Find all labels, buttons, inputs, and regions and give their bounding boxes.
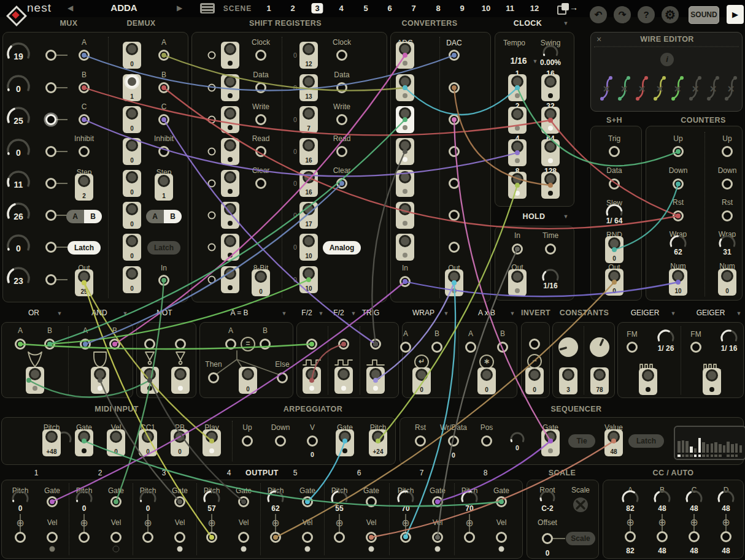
and-out-jack[interactable] — [91, 367, 109, 394]
aeb-then-port[interactable] — [208, 372, 219, 383]
dropdown-caret[interactable]: ▼ — [123, 310, 128, 316]
midi-gate-jack[interactable] — [75, 429, 93, 456]
section-header-clock[interactable]: CLOCK — [514, 19, 542, 28]
logic-header-6[interactable]: TRIG — [362, 309, 380, 317]
ch5-pitch-port[interactable] — [270, 532, 281, 543]
dropdown-caret[interactable]: ▼ — [671, 310, 676, 316]
cc-a-port[interactable] — [625, 531, 636, 542]
scene-button-6[interactable]: 6 — [384, 3, 395, 13]
info-icon[interactable]: i — [660, 53, 674, 66]
mux-step-jack[interactable]: 2 — [75, 174, 93, 201]
counter2-num-jack[interactable]: 0 — [718, 269, 736, 296]
logic-header-8[interactable]: A x B — [478, 309, 495, 317]
ch1-gate-port[interactable] — [47, 496, 58, 507]
ch8-vel-port[interactable] — [496, 532, 507, 543]
left-knob-out-port[interactable] — [45, 242, 56, 253]
ch4-pitch-port[interactable] — [206, 532, 217, 543]
cc-b-port[interactable] — [657, 531, 668, 542]
or-out-jack[interactable] — [26, 367, 44, 394]
demux-port-Inhibit[interactable] — [158, 146, 169, 157]
logic-header-10[interactable]: CONSTANTS — [560, 309, 609, 317]
sr1-8bit-jack[interactable]: 0 — [252, 269, 270, 296]
ch5-vel-port[interactable] — [302, 532, 313, 543]
counter1-rst-port[interactable] — [673, 210, 684, 221]
sr2-port-Data[interactable] — [336, 82, 347, 93]
adc-in-port[interactable] — [400, 276, 411, 287]
aeb-out-jack[interactable]: 0 — [239, 367, 257, 394]
preset-name[interactable]: ADDA — [110, 2, 137, 13]
seq-gate-jack[interactable] — [541, 429, 560, 456]
wire-delete-icon[interactable]: × — [638, 82, 645, 96]
seq-wr-port[interactable] — [448, 435, 459, 447]
f2a-in-port[interactable] — [306, 339, 317, 350]
sr1-bit-jack[interactable] — [221, 202, 239, 229]
sr1-tap-port[interactable] — [208, 180, 216, 188]
scene-button-8[interactable]: 8 — [432, 3, 444, 13]
arp-down-port[interactable] — [275, 435, 286, 447]
counter1-num-jack[interactable]: 10 — [669, 269, 687, 296]
demux-out-jack-8[interactable]: 0 — [123, 266, 141, 293]
hold-out-jack[interactable] — [508, 269, 527, 296]
invert-in-port[interactable] — [529, 339, 540, 350]
seq-tie-button[interactable]: Tie — [568, 434, 595, 448]
dropdown-caret[interactable]: ▼ — [510, 310, 515, 316]
aeb-a-port[interactable] — [225, 339, 236, 350]
sr1-port-Clear[interactable] — [255, 178, 266, 189]
counter2-up-port[interactable] — [722, 146, 733, 157]
trig-out-jack[interactable] — [366, 367, 385, 394]
sr2-port-Read[interactable] — [336, 146, 347, 157]
left-knob-out-port[interactable] — [45, 178, 56, 189]
scale-quantize-button[interactable]: Scale — [566, 532, 595, 545]
hold-time-port[interactable] — [545, 244, 556, 255]
mux-port-B[interactable] — [79, 82, 90, 93]
adc-bit-jack-3[interactable] — [396, 106, 414, 133]
f2a-out-jack[interactable] — [303, 367, 321, 394]
arp-v-port[interactable] — [307, 435, 318, 447]
ch2-gate-port[interactable] — [110, 496, 122, 507]
ch7-gate-port[interactable] — [432, 496, 443, 507]
midi-vel-jack[interactable]: 0 — [107, 429, 125, 456]
scene-button-5[interactable]: 5 — [360, 3, 371, 13]
menu-icon[interactable] — [200, 3, 215, 13]
mux-port-A[interactable] — [79, 50, 90, 61]
tempo-value[interactable]: 1/16 — [510, 56, 527, 66]
aeb-b-port[interactable] — [260, 339, 271, 350]
arp-gate-jack[interactable] — [336, 429, 354, 456]
dac-bit-port-3[interactable] — [449, 114, 460, 125]
sr1-bit-jack[interactable] — [221, 170, 239, 197]
sh-out-jack[interactable]: 0 — [605, 269, 623, 296]
sr2-value-jack[interactable]: 10 — [299, 266, 318, 293]
sr1-bit-jack[interactable] — [221, 266, 239, 293]
sr1-port-Read[interactable] — [255, 146, 266, 157]
ch3-pitch-port[interactable] — [142, 532, 153, 543]
dac-bit-port-5[interactable] — [449, 178, 460, 189]
ch2-vel-port[interactable] — [110, 532, 122, 543]
sr1-tap-port[interactable] — [208, 276, 216, 284]
clock-div-jack-4[interactable] — [508, 139, 527, 166]
dac-out-jack[interactable] — [445, 269, 463, 296]
f2b-in-port[interactable] — [338, 339, 349, 350]
play-button[interactable]: ▶ — [727, 5, 744, 24]
ch1-vel-port[interactable] — [47, 532, 58, 543]
sr2-value-jack[interactable]: 7 — [299, 106, 318, 133]
ch8-pitch-port[interactable] — [464, 532, 475, 543]
sr1-tap-port[interactable] — [208, 116, 216, 124]
wire-delete-icon[interactable]: × — [674, 82, 681, 96]
arp-up-port[interactable] — [242, 435, 253, 447]
scene-button-9[interactable]: 9 — [456, 3, 468, 13]
adc-bit-jack-6[interactable] — [396, 202, 414, 229]
counter2-down-port[interactable] — [722, 178, 733, 190]
sh-trig-port[interactable] — [609, 146, 620, 157]
dac-bit-port-2[interactable] — [449, 82, 460, 93]
logic-header-0[interactable]: OR — [28, 309, 39, 317]
scene-button-1[interactable]: 1 — [263, 3, 274, 13]
demux-latch-button[interactable]: Latch — [147, 241, 180, 255]
wire-delete-icon[interactable]: × — [692, 82, 698, 96]
ch3-vel-port[interactable] — [174, 532, 185, 543]
axb-out-jack[interactable]: 0 — [477, 367, 496, 394]
clock-div-jack-1[interactable] — [508, 74, 527, 101]
clock-div-jack-32[interactable] — [541, 107, 560, 134]
dropdown-caret[interactable]: ▼ — [533, 58, 538, 64]
wire-delete-icon[interactable]: × — [656, 82, 663, 96]
gear-icon[interactable]: ⚙ — [662, 6, 679, 23]
